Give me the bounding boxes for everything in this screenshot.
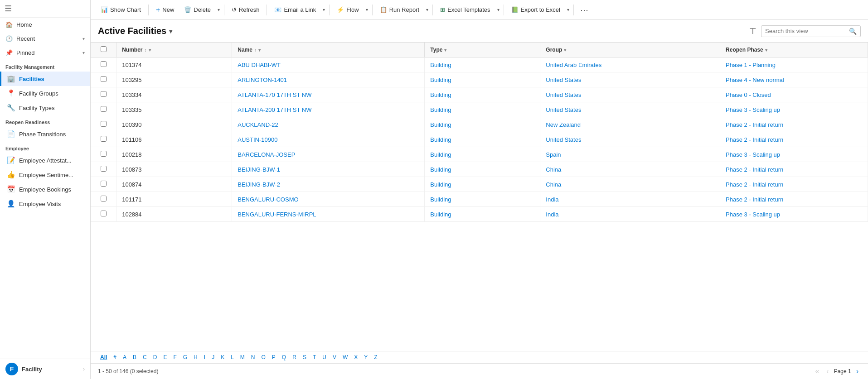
facility-type-link[interactable]: Building [430, 166, 451, 173]
facility-type-link[interactable]: Building [430, 196, 451, 203]
delete-button[interactable]: 🗑️ Delete [179, 4, 215, 15]
email-link-dropdown-icon[interactable]: ▾ [321, 5, 326, 14]
alpha-filter-btn[interactable]: N [249, 353, 257, 361]
reopen-phase-link[interactable]: Phase 1 - Planning [726, 62, 776, 68]
cell-group[interactable]: India [540, 192, 720, 207]
row-checkbox[interactable] [101, 91, 107, 97]
alpha-filter-btn[interactable]: O [259, 353, 268, 361]
alpha-filter-btn[interactable]: J [209, 353, 217, 361]
cell-reopen-phase[interactable]: Phase 3 - Scaling up [720, 207, 868, 222]
facility-type-link[interactable]: Building [430, 211, 451, 218]
refresh-button[interactable]: ↺ Refresh [227, 4, 264, 15]
sidebar-footer[interactable]: F Facility › [0, 359, 90, 379]
flow-button[interactable]: ⚡ Flow [332, 4, 363, 15]
alpha-filter-btn[interactable]: S [301, 353, 309, 361]
alpha-filter-btn[interactable]: U [320, 353, 329, 361]
cell-group[interactable]: Spain [540, 147, 720, 162]
alpha-filter-btn[interactable]: W [340, 353, 350, 361]
alpha-filter-btn[interactable]: H [191, 353, 200, 361]
facility-name-link[interactable]: ATLANTA-170 17TH ST NW [238, 91, 311, 98]
facility-type-link[interactable]: Building [430, 151, 451, 158]
facility-name-link[interactable]: ATLANTA-200 17TH ST NW [238, 106, 311, 113]
alpha-filter-btn[interactable]: All [98, 353, 109, 361]
reopen-phase-filter-icon[interactable]: ▾ [765, 48, 767, 53]
facility-type-link[interactable]: Building [430, 106, 451, 113]
row-checkbox[interactable] [101, 181, 107, 187]
cell-reopen-phase[interactable]: Phase 2 - Initial return [720, 192, 868, 207]
cell-name[interactable]: BENGALURU-FERNS-MIRPL [232, 207, 425, 222]
number-filter-icon[interactable]: ▾ [149, 48, 151, 53]
sidebar-item-phase-transitions[interactable]: 📄 Phase Transitions [0, 127, 90, 141]
facility-group-link[interactable]: Spain [546, 151, 561, 158]
cell-group[interactable]: United Arab Emirates [540, 58, 720, 72]
facility-type-link[interactable]: Building [430, 62, 451, 68]
menu-icon[interactable]: ☰ [5, 4, 12, 13]
facility-name-link[interactable]: AUSTIN-10900 [238, 136, 277, 143]
facility-name-link[interactable]: BENGALURU-FERNS-MIRPL [238, 211, 316, 218]
run-report-dropdown-icon[interactable]: ▾ [425, 5, 430, 14]
cell-group[interactable]: New Zealand [540, 117, 720, 132]
reopen-phase-link[interactable]: Phase 2 - Initial return [726, 136, 783, 143]
facility-type-link[interactable]: Building [430, 136, 451, 143]
row-checkbox[interactable] [101, 136, 107, 142]
sidebar-item-pinned[interactable]: 📌 Pinned ▾ [0, 46, 90, 60]
facility-type-link[interactable]: Building [430, 121, 451, 128]
alpha-filter-btn[interactable]: E [161, 353, 169, 361]
facility-group-link[interactable]: United States [546, 77, 581, 83]
cell-group[interactable]: China [540, 177, 720, 192]
email-link-button[interactable]: 📧 Email a Link [270, 4, 320, 15]
facility-type-link[interactable]: Building [430, 77, 451, 83]
reopen-phase-link[interactable]: Phase 4 - New normal [726, 77, 784, 83]
reopen-phase-link[interactable]: Phase 3 - Scaling up [726, 151, 780, 158]
reopen-phase-link[interactable]: Phase 2 - Initial return [726, 196, 783, 203]
facility-name-link[interactable]: ABU DHABI-WT [238, 62, 281, 68]
row-checkbox[interactable] [101, 76, 107, 82]
facility-name-link[interactable]: BEIJING-BJW-2 [238, 181, 280, 188]
cell-reopen-phase[interactable]: Phase 2 - Initial return [720, 117, 868, 132]
facility-group-link[interactable]: China [546, 181, 561, 188]
sidebar-item-employee-sentime[interactable]: 👍 Employee Sentime... [0, 168, 90, 182]
cell-name[interactable]: BEIJING-BJW-2 [232, 177, 425, 192]
facility-name-link[interactable]: BEIJING-BJW-1 [238, 166, 280, 173]
cell-type[interactable]: Building [425, 207, 540, 222]
facility-type-link[interactable]: Building [430, 181, 451, 188]
prev-page-button[interactable]: ‹ [824, 366, 831, 376]
cell-group[interactable]: United States [540, 102, 720, 117]
cell-type[interactable]: Building [425, 132, 540, 147]
cell-name[interactable]: ARLINGTON-1401 [232, 72, 425, 87]
cell-reopen-phase[interactable]: Phase 2 - Initial return [720, 177, 868, 192]
cell-name[interactable]: AUCKLAND-22 [232, 117, 425, 132]
cell-reopen-phase[interactable]: Phase 2 - Initial return [720, 132, 868, 147]
reopen-phase-link[interactable]: Phase 3 - Scaling up [726, 211, 780, 218]
show-chart-button[interactable]: 📊 Show Chart [96, 4, 145, 15]
cell-reopen-phase[interactable]: Phase 0 - Closed [720, 87, 868, 102]
cell-reopen-phase[interactable]: Phase 1 - Planning [720, 58, 868, 72]
alpha-filter-btn[interactable]: F [171, 353, 179, 361]
cell-reopen-phase[interactable]: Phase 3 - Scaling up [720, 147, 868, 162]
cell-type[interactable]: Building [425, 162, 540, 177]
alpha-filter-btn[interactable]: T [310, 353, 318, 361]
facility-group-link[interactable]: China [546, 166, 561, 173]
reopen-phase-link[interactable]: Phase 2 - Initial return [726, 121, 783, 128]
facility-group-link[interactable]: India [546, 211, 558, 218]
sidebar-item-employee-bookings[interactable]: 📅 Employee Bookings [0, 182, 90, 197]
row-checkbox[interactable] [101, 166, 107, 172]
cell-name[interactable]: BENGALURU-COSMO [232, 192, 425, 207]
sidebar-item-facilities[interactable]: 🏢 Facilities [0, 72, 90, 86]
alpha-filter-btn[interactable]: R [290, 353, 299, 361]
facility-group-link[interactable]: United States [546, 106, 581, 113]
row-checkbox[interactable] [101, 211, 107, 216]
cell-name[interactable]: BEIJING-BJW-1 [232, 162, 425, 177]
reopen-phase-link[interactable]: Phase 2 - Initial return [726, 166, 783, 173]
name-filter-icon[interactable]: ▾ [258, 48, 261, 53]
alpha-filter-btn[interactable]: # [111, 353, 119, 361]
alpha-filter-btn[interactable]: G [181, 353, 189, 361]
alpha-filter-btn[interactable]: X [352, 353, 360, 361]
cell-name[interactable]: BARCELONA-JOSEP [232, 147, 425, 162]
new-button[interactable]: + New [151, 4, 179, 16]
cell-reopen-phase[interactable]: Phase 4 - New normal [720, 72, 868, 87]
cell-group[interactable]: China [540, 162, 720, 177]
alpha-filter-btn[interactable]: P [270, 353, 278, 361]
cell-type[interactable]: Building [425, 177, 540, 192]
cell-group[interactable]: United States [540, 132, 720, 147]
